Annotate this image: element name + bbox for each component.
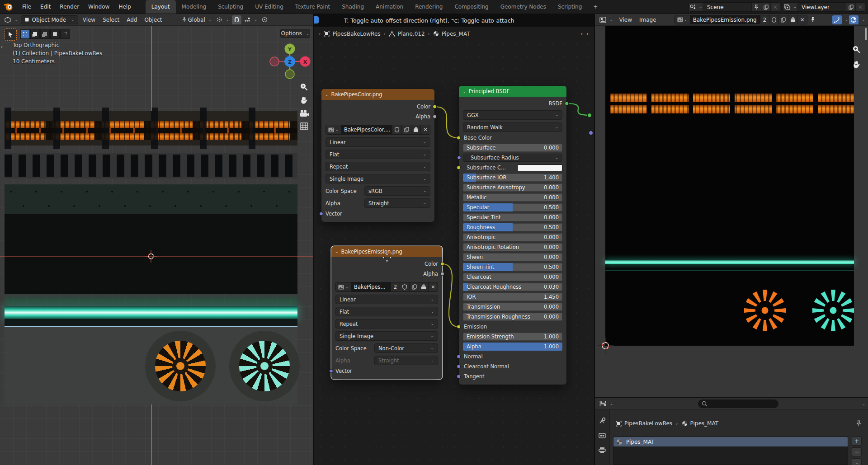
bsdf-input-roughness[interactable]: Roughness0.500	[463, 223, 562, 231]
collapse-icon[interactable]: ⌄	[325, 93, 329, 97]
bsdf-input-clearcoat[interactable]: Clearcoat0.000	[463, 273, 562, 281]
node-dropdown-repeat[interactable]: Repeat⌄	[335, 319, 438, 329]
navigation-gizmo[interactable]: Y X Z	[268, 40, 311, 83]
socket-purple[interactable]	[457, 156, 461, 160]
select-mode-invert[interactable]	[50, 29, 60, 39]
node-header[interactable]: ⌄ Principled BSDF	[459, 86, 566, 97]
bsdf-input-metallic[interactable]: Metallic0.000	[463, 193, 562, 202]
gizmo-negy[interactable]	[285, 70, 294, 79]
color-space-dropdown[interactable]: sRGB⌄	[364, 186, 430, 196]
collapse-icon[interactable]: ⌄	[335, 250, 339, 254]
blender-logo-icon[interactable]	[4, 3, 13, 11]
tab-modeling[interactable]: Modeling	[176, 0, 212, 14]
select-mode-subtract[interactable]	[40, 29, 50, 39]
bsdf-input-anisotropic-rotation[interactable]: Anisotropic Rotation0.000	[463, 243, 562, 251]
chevron-down-icon[interactable]: ⌄	[845, 18, 849, 22]
alpha-mode-dropdown[interactable]: Straight⌄	[364, 198, 430, 208]
bsdf-input-sheen-tint[interactable]: Sheen Tint0.500	[463, 263, 562, 271]
bsdf-input-ior[interactable]: IOR1.450	[463, 293, 562, 301]
socket-yellow[interactable]	[457, 325, 461, 329]
menu-file[interactable]: File	[18, 0, 36, 14]
zoom-icon[interactable]	[852, 45, 861, 54]
color-swatch[interactable]	[517, 164, 562, 171]
properties-pin-button[interactable]	[856, 420, 862, 427]
tab-shading[interactable]: Shading	[336, 0, 370, 14]
menu-select[interactable]: Select	[99, 14, 123, 26]
zoom-icon[interactable]	[299, 82, 308, 91]
bsdf-input-subsurface-radius[interactable]: Subsurface Radius⌄	[463, 154, 562, 162]
editor-type-button[interactable]: ⌄	[598, 15, 615, 24]
toolbar-expand-arrow[interactable]: ›	[1, 44, 3, 50]
viewlayer-new-button[interactable]	[846, 3, 855, 11]
image-name-field[interactable]: BakePipes...	[351, 282, 391, 291]
image-browse-button[interactable]: ⌄	[336, 282, 351, 291]
color-space-dropdown[interactable]: Non-Color⌄	[374, 343, 438, 353]
editor-type-button[interactable]: ⌄	[3, 15, 20, 24]
chevron-down-icon[interactable]: ⌄	[862, 402, 865, 406]
slot-specials-button[interactable]: ⌄	[852, 458, 862, 465]
viewlayer-name-field[interactable]: ViewLayer	[797, 4, 846, 10]
socket-color[interactable]	[440, 262, 444, 266]
socket-purple[interactable]	[457, 365, 461, 369]
socket-alpha[interactable]	[440, 272, 444, 276]
node-dropdown-linear[interactable]: Linear⌄	[326, 137, 430, 147]
menu-image[interactable]: Image	[636, 14, 660, 26]
select-mode-set[interactable]	[20, 29, 30, 39]
socket-purple[interactable]	[457, 355, 461, 359]
chevron-down-icon[interactable]: ⌄	[862, 18, 865, 22]
node-dropdown-flat[interactable]: Flat⌄	[335, 307, 438, 316]
scene-delete-button[interactable]: ✕	[770, 3, 780, 11]
pivot-point-selector[interactable]: ⌄	[214, 15, 231, 24]
image-canvas[interactable]	[595, 26, 868, 397]
shader-editor[interactable]: T: Toggle auto-offset direction (right),…	[314, 14, 595, 465]
breadcrumb-expand-icon[interactable]: ›	[319, 31, 321, 37]
distribution-dropdown[interactable]: GGX⌄	[463, 110, 562, 120]
scrollbar[interactable]	[865, 28, 867, 40]
socket-vector[interactable]	[319, 212, 323, 216]
gizmo-negx[interactable]	[270, 57, 279, 66]
bsdf-input-subsurface[interactable]: Subsurface0.000	[463, 144, 562, 152]
select-mode-extend[interactable]	[30, 29, 40, 39]
new-image-button[interactable]	[409, 282, 419, 291]
scene-pin-button[interactable]	[751, 3, 761, 11]
remove-slot-button[interactable]: −	[852, 447, 862, 456]
breadcrumb-material[interactable]: Pipes_MAT	[682, 420, 719, 427]
render-tab-icon[interactable]	[599, 432, 606, 439]
alpha-mode-dropdown[interactable]: Straight⌄	[374, 356, 438, 365]
breadcrumb-material[interactable]: Pipes_MAT	[433, 31, 470, 37]
bsdf-input-transmission-roughness[interactable]: Transmission Roughness0.000	[463, 313, 562, 321]
menu-object[interactable]: Object	[141, 14, 165, 26]
menu-help[interactable]: Help	[114, 0, 135, 14]
menu-render[interactable]: Render	[55, 0, 84, 14]
scene-new-button[interactable]	[761, 3, 770, 11]
collapse-icon[interactable]: ⌄	[462, 89, 466, 94]
fake-user-button[interactable]	[400, 282, 409, 291]
image-editor[interactable]: ⌄ ViewImage ⌄ BakePipesEmission.png 2 ✕	[595, 14, 868, 398]
bsdf-input-sheen[interactable]: Sheen0.000	[463, 253, 562, 261]
tab-uv-editing[interactable]: UV Editing	[249, 0, 289, 14]
fake-user-button[interactable]	[769, 15, 778, 24]
menu-edit[interactable]: Edit	[36, 0, 55, 14]
options-button[interactable]: Options ⌄	[280, 29, 310, 38]
unlink-image-button[interactable]: ✕	[420, 125, 430, 134]
breadcrumb-object[interactable]: PipesBakeLowRes	[616, 420, 672, 427]
node-header[interactable]: ⌄ BakePipesColor.png	[321, 89, 434, 100]
properties-editor[interactable]: ⌄ ⌄ PipesBakeLowRes › Pipes_MAT	[595, 398, 868, 465]
node-dropdown-linear[interactable]: Linear⌄	[335, 295, 438, 304]
socket-vector[interactable]	[329, 369, 333, 373]
pack-image-button[interactable]	[411, 125, 420, 134]
node-dropdown-repeat[interactable]: Repeat⌄	[326, 162, 430, 171]
socket-alpha[interactable]	[433, 115, 437, 119]
tab-layout[interactable]: Layout	[146, 0, 176, 14]
tab-geometry-nodes[interactable]: Geometry Nodes	[495, 0, 552, 14]
socket-color[interactable]	[433, 105, 437, 109]
snap-toggle[interactable]	[232, 15, 241, 24]
snap-target-selector[interactable]: ⌄	[242, 15, 259, 24]
socket-displacement[interactable]	[589, 131, 593, 135]
select-mode-intersect[interactable]	[60, 29, 70, 39]
sss-method-dropdown[interactable]: Random Walk⌄	[463, 122, 562, 132]
bsdf-input-specular[interactable]: Specular0.500	[463, 203, 562, 211]
image-name-field[interactable]: BakePipesEmission.png	[690, 15, 760, 24]
add-workspace-button[interactable]: +	[588, 0, 603, 14]
bsdf-input-emission-strength[interactable]: Emission Strength1.000	[463, 333, 562, 341]
